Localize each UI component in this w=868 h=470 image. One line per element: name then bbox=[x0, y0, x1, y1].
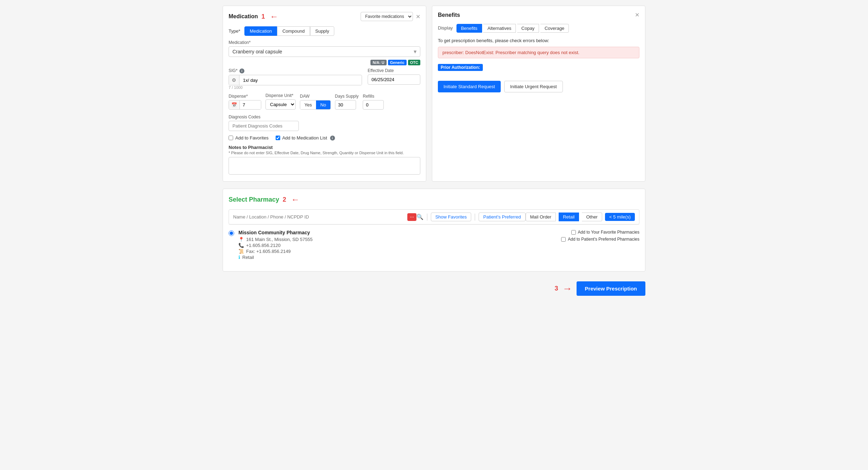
step-2-number: 2 bbox=[283, 196, 286, 203]
type-btn-compound[interactable]: Compound bbox=[277, 26, 310, 36]
pharmacy-list: Mission Community Pharmacy 📍 161 Main St… bbox=[229, 224, 639, 266]
add-fav-pharmacy-text: Add to Your Favorite Pharmacies bbox=[578, 230, 639, 235]
patients-preferred-button[interactable]: Patient's Preferred bbox=[479, 213, 525, 221]
tab-benefits[interactable]: Benefits bbox=[456, 24, 482, 33]
sig-label: SIG* i bbox=[229, 68, 362, 73]
initiate-urgent-request-button[interactable]: Initiate Urgent Request bbox=[504, 81, 563, 92]
step-1-number: 1 bbox=[262, 13, 265, 20]
pharmacy-address-row: 📍 161 Main St., Mission, SD 57555 bbox=[238, 237, 561, 242]
pharmacy-actions: Add to Your Favorite Pharmacies Add to P… bbox=[561, 230, 639, 242]
pharmacy-address: 161 Main St., Mission, SD 57555 bbox=[246, 237, 313, 242]
daw-button-group: Yes No bbox=[300, 100, 331, 110]
pharmacy-type-row: ℹ Retail bbox=[238, 255, 561, 260]
pharmacy-item: Mission Community Pharmacy 📍 161 Main St… bbox=[229, 224, 639, 266]
daw-no-button[interactable]: No bbox=[316, 100, 330, 109]
footer-row: 3 → Preview Prescription bbox=[223, 277, 645, 300]
filter-mail-order-button[interactable]: Mail Order bbox=[526, 213, 556, 221]
sig-info-icon: i bbox=[239, 68, 244, 73]
tab-coverage[interactable]: Coverage bbox=[540, 24, 569, 33]
pharmacy-info: Mission Community Pharmacy 📍 161 Main St… bbox=[238, 230, 561, 261]
pharmacy-radio[interactable] bbox=[229, 230, 234, 236]
initiate-standard-request-button[interactable]: Initiate Standard Request bbox=[438, 81, 501, 92]
filter-distance-button[interactable]: < 5 mile(s) bbox=[605, 213, 635, 221]
add-patient-pref-label[interactable]: Add to Patient's Preferred Pharmacies bbox=[561, 237, 639, 242]
pharmacy-title: Select Pharmacy bbox=[229, 196, 279, 203]
days-supply-label: Days Supply bbox=[335, 94, 359, 99]
refills-input[interactable] bbox=[363, 100, 384, 110]
add-favorites-checkbox-label[interactable]: Add to Favorites bbox=[229, 135, 269, 141]
show-favorites-button[interactable]: Show Favorites bbox=[431, 213, 472, 221]
dispense-unit-select[interactable]: Capsule bbox=[265, 99, 296, 110]
pharmacy-type: Retail bbox=[242, 255, 254, 260]
medication-field-label: Medication* bbox=[229, 40, 420, 45]
benefits-close-button[interactable]: ✕ bbox=[635, 12, 639, 18]
sig-gear-icon[interactable]: ⚙ bbox=[229, 75, 239, 85]
dispense-label: Dispense* bbox=[229, 94, 261, 99]
type-button-group: Medication Compound Supply bbox=[244, 26, 334, 36]
dispense-input[interactable] bbox=[240, 100, 261, 109]
notes-label: Notes to Pharmacist bbox=[229, 145, 420, 150]
medication-input[interactable] bbox=[229, 46, 420, 57]
notes-textarea[interactable] bbox=[229, 157, 420, 175]
benefits-title: Benefits bbox=[438, 12, 460, 18]
diagnosis-input[interactable] bbox=[229, 121, 299, 131]
error-message: prescriber: DoesNotExist: Prescriber mat… bbox=[438, 47, 639, 58]
medication-title: Medication bbox=[229, 13, 258, 20]
step-3-number: 3 bbox=[555, 285, 558, 292]
prior-auth-label: Prior Authorization: bbox=[438, 64, 483, 71]
pharmacy-search-input[interactable] bbox=[233, 214, 407, 220]
type-btn-medication[interactable]: Medication bbox=[244, 26, 277, 36]
add-patient-pref-text: Add to Patient's Preferred Pharmacies bbox=[568, 237, 639, 242]
dispense-unit-label: Dispense Unit* bbox=[265, 93, 296, 98]
display-tabs: Benefits Alternatives Copay Coverage bbox=[456, 24, 569, 33]
location-icon: 📍 bbox=[238, 237, 244, 242]
dropdown-icon: ▼ bbox=[413, 49, 417, 54]
medication-panel: Medication 1 ← Favorite medications ✕ Ty… bbox=[223, 6, 426, 182]
badge-otc: OTC bbox=[408, 60, 420, 65]
pharmacy-name: Mission Community Pharmacy bbox=[238, 230, 561, 235]
type-icon: ℹ bbox=[238, 255, 240, 260]
tab-copay[interactable]: Copay bbox=[517, 24, 539, 33]
preview-prescription-button[interactable]: Preview Prescription bbox=[577, 281, 645, 296]
step-2-arrow: ← bbox=[291, 195, 300, 204]
step-1-arrow: ← bbox=[270, 12, 278, 21]
days-supply-input[interactable] bbox=[335, 100, 356, 110]
diagnosis-label: Diagnosis Codes bbox=[229, 115, 420, 119]
step-3-arrow: → bbox=[563, 283, 572, 294]
notes-sublabel: * Please do not enter SIG, Effective Dat… bbox=[229, 151, 420, 155]
effective-date-label: Effective Date bbox=[368, 68, 420, 73]
add-fav-pharmacy-checkbox[interactable] bbox=[571, 230, 576, 235]
badge-generic: Generic bbox=[388, 60, 407, 65]
add-fav-pharmacy-label[interactable]: Add to Your Favorite Pharmacies bbox=[571, 230, 639, 235]
medication-close-button[interactable]: ✕ bbox=[416, 13, 420, 20]
pharmacy-fax: Fax: +1.605.856.2149 bbox=[246, 249, 291, 254]
pharmacy-phone: +1.605.856.2120 bbox=[246, 243, 281, 248]
daw-yes-button[interactable]: Yes bbox=[300, 100, 316, 109]
effective-date-input[interactable] bbox=[368, 74, 420, 85]
daw-label: DAW bbox=[300, 94, 331, 99]
add-favorites-checkbox[interactable] bbox=[229, 136, 233, 140]
type-btn-supply[interactable]: Supply bbox=[310, 26, 335, 36]
add-patient-pref-checkbox[interactable] bbox=[561, 237, 566, 242]
display-label: Display bbox=[438, 23, 453, 33]
favorite-medications-dropdown[interactable]: Favorite medications bbox=[361, 12, 413, 21]
filter-other-button[interactable]: Other bbox=[582, 213, 602, 221]
menu-dots-button[interactable]: ⋯ bbox=[407, 213, 416, 221]
med-list-info-icon: i bbox=[330, 136, 335, 141]
refills-label: Refills bbox=[363, 94, 384, 99]
pharmacy-section: Select Pharmacy 2 ← ⋯ 🔍 Show Favorites P… bbox=[223, 189, 645, 272]
add-med-list-checkbox[interactable] bbox=[276, 136, 280, 140]
add-med-list-checkbox-label[interactable]: Add to Medication List i bbox=[276, 135, 335, 141]
search-button[interactable]: 🔍 bbox=[416, 214, 423, 220]
sig-input[interactable] bbox=[239, 76, 362, 85]
tab-alternatives[interactable]: Alternatives bbox=[483, 24, 516, 33]
pharmacy-fax-row: 📜 Fax: +1.605.856.2149 bbox=[238, 249, 561, 254]
pharmacy-phone-row: 📞 +1.605.856.2120 bbox=[238, 243, 561, 248]
sig-counter: 7 / 1000 bbox=[229, 85, 420, 90]
calendar-icon[interactable]: 📅 bbox=[229, 100, 240, 109]
fax-icon: 📜 bbox=[238, 249, 244, 254]
filter-retail-button[interactable]: Retail bbox=[559, 213, 579, 221]
phone-icon: 📞 bbox=[238, 243, 244, 248]
benefits-description: To get prescription benefits, please che… bbox=[438, 38, 639, 43]
type-label: Type* bbox=[229, 28, 240, 34]
